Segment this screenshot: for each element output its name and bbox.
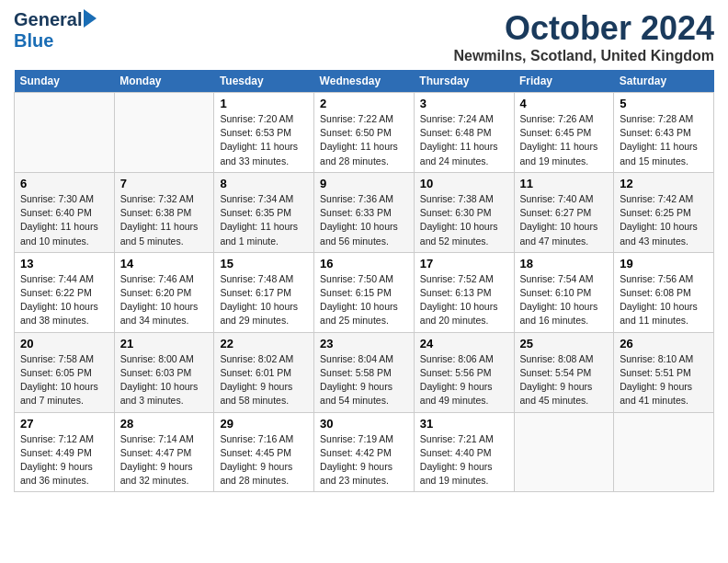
calendar-cell: 29Sunrise: 7:16 AM Sunset: 4:45 PM Dayli… — [214, 412, 314, 492]
col-header-sunday: Sunday — [15, 70, 115, 93]
calendar-week-row: 20Sunrise: 7:58 AM Sunset: 6:05 PM Dayli… — [15, 332, 714, 412]
day-info: Sunrise: 7:42 AM Sunset: 6:25 PM Dayligh… — [620, 192, 708, 248]
day-number: 2 — [320, 97, 408, 110]
day-number: 15 — [220, 257, 308, 270]
calendar-cell: 9Sunrise: 7:36 AM Sunset: 6:33 PM Daylig… — [314, 172, 415, 252]
col-header-thursday: Thursday — [414, 70, 514, 93]
day-info: Sunrise: 7:14 AM Sunset: 4:47 PM Dayligh… — [120, 432, 209, 488]
day-info: Sunrise: 8:10 AM Sunset: 5:51 PM Dayligh… — [620, 352, 708, 408]
day-info: Sunrise: 7:12 AM Sunset: 4:49 PM Dayligh… — [20, 432, 108, 488]
calendar-cell: 16Sunrise: 7:50 AM Sunset: 6:15 PM Dayli… — [314, 252, 415, 332]
calendar-cell: 6Sunrise: 7:30 AM Sunset: 6:40 PM Daylig… — [15, 172, 115, 252]
day-info: Sunrise: 7:19 AM Sunset: 4:42 PM Dayligh… — [320, 432, 408, 488]
day-number: 30 — [320, 417, 408, 431]
calendar-week-row: 1Sunrise: 7:20 AM Sunset: 6:53 PM Daylig… — [15, 93, 714, 173]
day-number: 8 — [220, 177, 308, 190]
calendar-week-row: 13Sunrise: 7:44 AM Sunset: 6:22 PM Dayli… — [15, 252, 714, 332]
day-number: 13 — [20, 257, 108, 270]
day-number: 25 — [520, 337, 609, 350]
day-info: Sunrise: 7:20 AM Sunset: 6:53 PM Dayligh… — [220, 112, 308, 168]
calendar-cell: 13Sunrise: 7:44 AM Sunset: 6:22 PM Dayli… — [15, 252, 115, 332]
col-header-wednesday: Wednesday — [314, 70, 415, 93]
day-info: Sunrise: 7:56 AM Sunset: 6:08 PM Dayligh… — [620, 272, 708, 328]
day-number: 3 — [420, 97, 508, 110]
location: Newmilns, Scotland, United Kingdom — [453, 48, 714, 64]
day-info: Sunrise: 7:22 AM Sunset: 6:50 PM Dayligh… — [320, 112, 408, 168]
calendar-cell: 26Sunrise: 8:10 AM Sunset: 5:51 PM Dayli… — [614, 332, 714, 412]
calendar-cell: 12Sunrise: 7:42 AM Sunset: 6:25 PM Dayli… — [614, 172, 714, 252]
calendar-cell: 8Sunrise: 7:34 AM Sunset: 6:35 PM Daylig… — [214, 172, 314, 252]
day-info: Sunrise: 7:36 AM Sunset: 6:33 PM Dayligh… — [320, 192, 408, 248]
day-info: Sunrise: 7:48 AM Sunset: 6:17 PM Dayligh… — [220, 272, 308, 328]
day-number: 12 — [620, 177, 708, 190]
col-header-monday: Monday — [114, 70, 214, 93]
calendar-cell: 18Sunrise: 7:54 AM Sunset: 6:10 PM Dayli… — [514, 252, 614, 332]
day-info: Sunrise: 8:02 AM Sunset: 6:01 PM Dayligh… — [220, 352, 308, 408]
day-number: 7 — [120, 177, 209, 190]
day-info: Sunrise: 7:44 AM Sunset: 6:22 PM Dayligh… — [20, 272, 108, 328]
day-number: 10 — [420, 177, 508, 190]
calendar-cell: 23Sunrise: 8:04 AM Sunset: 5:58 PM Dayli… — [314, 332, 415, 412]
calendar-cell: 7Sunrise: 7:32 AM Sunset: 6:38 PM Daylig… — [114, 172, 214, 252]
day-number: 31 — [420, 417, 508, 431]
calendar-cell: 28Sunrise: 7:14 AM Sunset: 4:47 PM Dayli… — [114, 412, 214, 492]
calendar-cell: 21Sunrise: 8:00 AM Sunset: 6:03 PM Dayli… — [114, 332, 214, 412]
calendar-week-row: 27Sunrise: 7:12 AM Sunset: 4:49 PM Dayli… — [15, 412, 714, 492]
day-number: 29 — [220, 417, 308, 431]
day-number: 17 — [420, 257, 508, 270]
calendar-header-row: SundayMondayTuesdayWednesdayThursdayFrid… — [15, 70, 714, 93]
calendar-cell: 31Sunrise: 7:21 AM Sunset: 4:40 PM Dayli… — [414, 412, 514, 492]
day-number: 26 — [620, 337, 708, 350]
title-block: October 2024 Newmilns, Scotland, United … — [453, 9, 714, 64]
day-number: 20 — [20, 337, 108, 350]
calendar-cell: 25Sunrise: 8:08 AM Sunset: 5:54 PM Dayli… — [514, 332, 614, 412]
day-number: 21 — [120, 337, 209, 350]
day-number: 18 — [520, 257, 609, 270]
day-info: Sunrise: 7:46 AM Sunset: 6:20 PM Dayligh… — [120, 272, 209, 328]
day-number: 27 — [20, 417, 108, 431]
day-info: Sunrise: 7:26 AM Sunset: 6:45 PM Dayligh… — [520, 112, 609, 168]
logo-arrow-icon — [84, 9, 97, 28]
day-info: Sunrise: 8:06 AM Sunset: 5:56 PM Dayligh… — [420, 352, 508, 408]
calendar-cell: 17Sunrise: 7:52 AM Sunset: 6:13 PM Dayli… — [414, 252, 514, 332]
day-number: 4 — [520, 97, 609, 110]
calendar-cell — [114, 93, 214, 173]
day-info: Sunrise: 7:16 AM Sunset: 4:45 PM Dayligh… — [220, 432, 308, 488]
day-number: 24 — [420, 337, 508, 350]
calendar-cell: 24Sunrise: 8:06 AM Sunset: 5:56 PM Dayli… — [414, 332, 514, 412]
calendar-cell — [514, 412, 614, 492]
day-info: Sunrise: 7:30 AM Sunset: 6:40 PM Dayligh… — [20, 192, 108, 248]
day-info: Sunrise: 7:52 AM Sunset: 6:13 PM Dayligh… — [420, 272, 508, 328]
day-number: 28 — [120, 417, 209, 431]
col-header-saturday: Saturday — [614, 70, 714, 93]
day-info: Sunrise: 7:28 AM Sunset: 6:43 PM Dayligh… — [620, 112, 708, 168]
calendar-cell — [614, 412, 714, 492]
calendar-cell: 3Sunrise: 7:24 AM Sunset: 6:48 PM Daylig… — [414, 93, 514, 173]
day-info: Sunrise: 7:21 AM Sunset: 4:40 PM Dayligh… — [420, 432, 508, 488]
day-info: Sunrise: 7:38 AM Sunset: 6:30 PM Dayligh… — [420, 192, 508, 248]
logo: General Blue — [14, 9, 97, 52]
day-info: Sunrise: 7:24 AM Sunset: 6:48 PM Dayligh… — [420, 112, 508, 168]
calendar-cell: 5Sunrise: 7:28 AM Sunset: 6:43 PM Daylig… — [614, 93, 714, 173]
calendar-week-row: 6Sunrise: 7:30 AM Sunset: 6:40 PM Daylig… — [15, 172, 714, 252]
day-info: Sunrise: 7:54 AM Sunset: 6:10 PM Dayligh… — [520, 272, 609, 328]
calendar-cell: 27Sunrise: 7:12 AM Sunset: 4:49 PM Dayli… — [15, 412, 115, 492]
calendar-cell: 10Sunrise: 7:38 AM Sunset: 6:30 PM Dayli… — [414, 172, 514, 252]
calendar-cell — [15, 93, 115, 173]
calendar-cell: 20Sunrise: 7:58 AM Sunset: 6:05 PM Dayli… — [15, 332, 115, 412]
calendar-cell: 14Sunrise: 7:46 AM Sunset: 6:20 PM Dayli… — [114, 252, 214, 332]
day-info: Sunrise: 7:40 AM Sunset: 6:27 PM Dayligh… — [520, 192, 609, 248]
day-number: 23 — [320, 337, 408, 350]
day-info: Sunrise: 7:32 AM Sunset: 6:38 PM Dayligh… — [120, 192, 209, 248]
logo-general-text: General — [14, 9, 82, 30]
day-number: 16 — [320, 257, 408, 270]
calendar-cell: 22Sunrise: 8:02 AM Sunset: 6:01 PM Dayli… — [214, 332, 314, 412]
day-number: 9 — [320, 177, 408, 190]
calendar-cell: 15Sunrise: 7:48 AM Sunset: 6:17 PM Dayli… — [214, 252, 314, 332]
col-header-friday: Friday — [514, 70, 614, 93]
calendar-cell: 4Sunrise: 7:26 AM Sunset: 6:45 PM Daylig… — [514, 93, 614, 173]
day-number: 11 — [520, 177, 609, 190]
calendar-cell: 1Sunrise: 7:20 AM Sunset: 6:53 PM Daylig… — [214, 93, 314, 173]
day-info: Sunrise: 8:04 AM Sunset: 5:58 PM Dayligh… — [320, 352, 408, 408]
day-number: 19 — [620, 257, 708, 270]
